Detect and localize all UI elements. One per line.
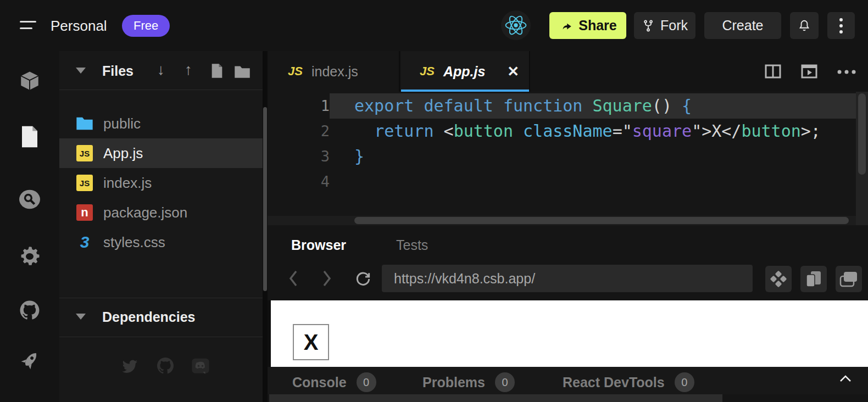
line-number: 1 [268,93,330,119]
code-line-2: 2 return <button className="square">X</b… [268,119,868,144]
dependencies-title: Dependencies [102,309,196,325]
settings-button[interactable] [16,243,43,270]
split-view-icon[interactable] [765,64,781,79]
preview-icon[interactable] [801,64,817,79]
editor-tab-bar: JS index.js JS App.js ✕ [268,51,868,92]
editor-vertical-scrollbar[interactable] [856,92,868,225]
tab-browser[interactable]: Browser [291,237,346,253]
search-button[interactable] [16,186,43,213]
tab-appjs[interactable]: JS App.js ✕ [401,51,530,92]
chevron-up-icon[interactable] [839,375,852,382]
fork-label: Fork [660,18,688,34]
file-name: styles.css [103,234,165,251]
code-editor[interactable]: 1 export default function Square() { 2 r… [268,92,868,216]
forward-icon[interactable] [321,269,333,288]
github-button[interactable] [16,297,43,323]
file-row-appjs[interactable]: JS App.js [59,138,263,168]
square-button[interactable]: X [293,324,329,360]
refresh-icon[interactable] [354,270,372,288]
line-number: 2 [268,119,330,144]
menu-icon[interactable] [20,21,36,34]
codesandbox-window: Personal Free Share Fork Cre [0,0,868,402]
problems-tab[interactable]: Problems 0 [422,372,515,392]
scrollbar-thumb[interactable] [858,93,866,175]
download-icon[interactable]: ↓ [157,61,165,79]
dependencies-collapse-caret[interactable] [76,314,86,320]
devtools-bar: Console 0 Problems 0 React DevTools 0 [268,367,868,394]
fork-button[interactable]: Fork [634,12,695,39]
file-icon [20,125,40,148]
sandbox-info-button[interactable] [16,68,43,94]
upload-icon[interactable]: ↑ [185,61,192,79]
bell-icon [797,19,811,33]
share-button[interactable]: Share [549,12,626,39]
file-row-packagejson[interactable]: n package.json [59,198,263,227]
react-devtools-tab[interactable]: React DevTools 0 [563,372,694,392]
share-arrow-icon [559,19,573,33]
code-text [330,169,868,194]
folder-icon [76,116,93,131]
fork-icon [642,19,655,32]
file-row-public[interactable]: public [59,109,263,138]
file-row-indexjs[interactable]: JS index.js [59,168,263,198]
new-folder-icon[interactable] [234,65,251,79]
activity-rail [0,51,59,402]
react-logo[interactable] [501,10,531,40]
file-name: package.json [103,204,187,221]
files-title: Files [102,63,133,79]
kebab-menu-icon [839,17,843,35]
code-line-1: 1 export default function Square() { [268,93,868,119]
js-file-icon: JS [76,145,93,161]
scrollbar-thumb[interactable] [269,394,722,402]
file-name: public [103,115,141,132]
editor-column: JS index.js JS App.js ✕ [268,51,868,402]
cube-icon [18,69,41,92]
github-footer-icon[interactable] [155,356,175,376]
twitter-icon[interactable] [120,357,139,376]
console-tab[interactable]: Console 0 [292,372,376,392]
plan-badge: Free [122,15,170,37]
files-scrollbar-thumb[interactable] [263,107,267,291]
search-icon [18,189,41,210]
tab-indexjs[interactable]: JS index.js [268,51,400,92]
create-button[interactable]: Create [704,12,781,39]
file-row-stylescss[interactable]: 3 styles.css [59,227,263,257]
browser-pane: Browser Tests [268,226,868,300]
tab-label: index.js [311,64,358,80]
editor-horizontal-scrollbar[interactable] [268,216,856,225]
open-window-icon[interactable] [836,266,862,292]
js-file-icon: JS [288,64,303,79]
npm-file-icon: n [76,204,93,221]
responsive-icon[interactable] [800,266,827,292]
file-name: index.js [103,175,152,192]
js-file-icon: JS [420,64,435,79]
create-label: Create [722,18,763,34]
count-badge: 0 [495,372,515,392]
github-icon [18,299,41,322]
tab-tests[interactable]: Tests [396,237,428,253]
workspace-name[interactable]: Personal [51,18,107,35]
deploy-button[interactable] [16,348,43,374]
more-options-button[interactable] [827,12,855,39]
code-line-4: 4 [268,169,868,194]
count-badge: 0 [357,372,376,392]
gear-icon [18,245,41,268]
rocket-icon [18,349,42,373]
notifications-button[interactable] [790,12,819,39]
editor-more-icon[interactable] [837,70,856,74]
top-bar: Personal Free Share Fork Cre [0,0,868,51]
code-line-3: 3 } [268,144,868,169]
url-input[interactable] [382,265,753,292]
bottom-scrollbar[interactable] [268,394,868,402]
back-icon[interactable] [287,269,299,288]
files-collapse-caret[interactable] [76,68,86,74]
discord-icon[interactable] [191,357,210,376]
file-name: App.js [103,145,143,162]
explorer-button[interactable] [16,124,43,150]
share-label: Share [578,18,616,34]
diamond-grid-icon[interactable] [765,266,792,292]
close-tab-icon[interactable]: ✕ [507,63,519,80]
new-file-icon[interactable] [210,63,224,79]
count-badge: 0 [675,372,694,392]
scrollbar-thumb[interactable] [354,217,849,224]
